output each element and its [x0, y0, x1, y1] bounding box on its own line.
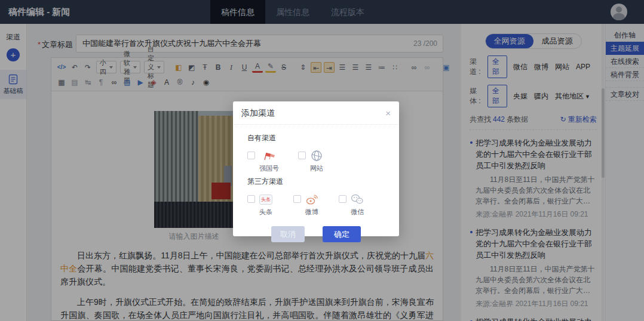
close-icon[interactable]: ×	[385, 109, 391, 118]
website-globe-icon	[310, 149, 323, 162]
add-channel-modal: 添加渠道 × 自有渠道 强国号	[233, 101, 399, 236]
wechat-icon	[351, 193, 364, 206]
checkbox[interactable]	[298, 152, 306, 159]
modal-header: 添加渠道 ×	[233, 101, 399, 124]
modal-buttons: 取消 确定	[247, 226, 385, 242]
own-channel-section-label: 自有渠道	[247, 133, 385, 143]
toutiao-icon-text: 头条	[259, 195, 272, 205]
weibo-icon	[305, 193, 318, 206]
option-label: 头条	[259, 208, 272, 215]
third-party-section-label: 第三方渠道	[247, 177, 385, 187]
checkbox[interactable]	[339, 195, 346, 203]
own-channel-row: 强国号 网站	[247, 149, 385, 173]
qiangguohao-flag-icon	[259, 149, 279, 162]
option-label: 微信	[351, 208, 364, 215]
cancel-button[interactable]: 取消	[271, 226, 305, 242]
option-wechat[interactable]: 微信	[339, 193, 385, 217]
modal-body: 自有渠道 强国号	[233, 125, 399, 242]
option-weibo[interactable]: 微博	[293, 193, 339, 217]
option-label: 强国号	[259, 165, 279, 172]
option-label: 微博	[305, 208, 318, 215]
toutiao-icon: 头条	[259, 193, 272, 206]
modal-title: 添加渠道	[241, 108, 275, 119]
checkbox[interactable]	[247, 152, 255, 159]
checkbox[interactable]	[293, 195, 301, 203]
option-label: 网站	[310, 165, 323, 172]
option-website[interactable]: 网站	[298, 149, 346, 173]
confirm-button[interactable]: 确定	[323, 226, 361, 242]
option-toutiao[interactable]: 头条 头条	[247, 193, 293, 217]
third-party-row: 头条 头条 微博	[247, 193, 385, 217]
option-qiangguohao[interactable]: 强国号	[247, 149, 298, 173]
checkbox[interactable]	[247, 195, 255, 203]
